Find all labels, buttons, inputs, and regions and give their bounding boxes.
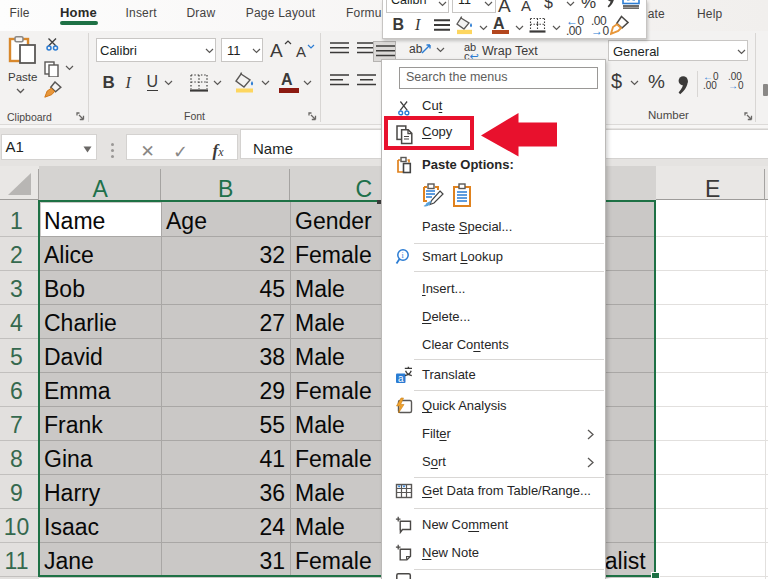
svg-text:a: a [398, 372, 404, 383]
svg-text:i: i [402, 251, 405, 260]
